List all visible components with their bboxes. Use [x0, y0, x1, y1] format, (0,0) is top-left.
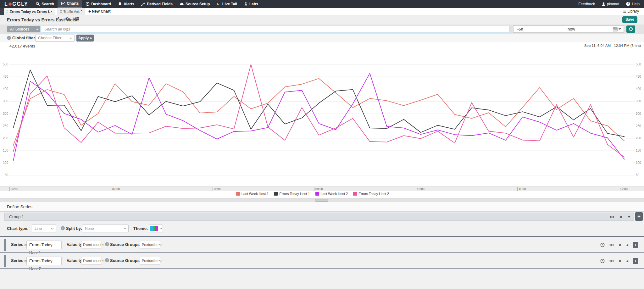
apply-button[interactable]: Apply » [76, 35, 94, 42]
global-filter-select[interactable]: Choose Filter [35, 35, 75, 42]
split-by-label: Split by: [66, 226, 82, 231]
theme-select[interactable] [149, 225, 163, 232]
eye-icon[interactable] [609, 215, 614, 219]
group-bar[interactable]: Group 1 ✕ [4, 213, 634, 221]
nav-item-dashboard[interactable]: Dashboard [82, 0, 114, 8]
split-by-select[interactable]: None [82, 225, 129, 232]
theme-swatch [150, 226, 158, 231]
value-type-select[interactable]: Event count [81, 257, 102, 264]
tab-close-icon[interactable]: ✕ [50, 10, 53, 13]
y-axis-label: 200 [3, 136, 8, 140]
splitter [0, 198, 644, 202]
tab-grip-icon [7, 10, 8, 13]
calendar-button[interactable] [613, 27, 624, 31]
edit-style-icon[interactable] [64, 17, 69, 21]
legend-item[interactable]: Last Week Host 2 [315, 192, 348, 196]
tab-bar: Errors Today vs Errors Last ... ✕ Traffi… [0, 8, 644, 15]
edit-pencil-icon[interactable] [55, 17, 60, 21]
eye-icon[interactable] [609, 243, 614, 247]
collapse-icon[interactable] [628, 216, 630, 218]
search-input[interactable]: Search all logs [41, 26, 509, 32]
nav-item-live-tail[interactable]: >_ Live Tail [213, 0, 241, 8]
nav-item-alerts[interactable]: Alerts [114, 0, 138, 8]
time-to-input[interactable]: now [565, 27, 613, 31]
library-icon: ☰ [623, 9, 626, 14]
legend-label: Errors Today Host 2 [358, 192, 389, 196]
resize-handle[interactable] [315, 199, 328, 202]
y-axis-label: 250 [3, 124, 8, 128]
clock-icon[interactable] [600, 259, 605, 263]
y-axis-label: 100 [636, 161, 641, 164]
drag-grip[interactable] [4, 239, 6, 251]
series-bottom-border [0, 268, 644, 269]
save-button[interactable]: Save [622, 16, 637, 23]
y-axis-label: 50 [5, 173, 8, 177]
tab-errors-today[interactable]: Errors Today vs Errors Last ... ✕ [4, 8, 55, 15]
series-line-last-week-host-2[interactable] [13, 73, 625, 161]
nav-item-feedback[interactable]: Feedback [575, 0, 598, 8]
clock-icon[interactable] [600, 243, 605, 247]
source-select[interactable]: All Sources [7, 26, 41, 32]
y-axis-label: 300 [636, 112, 641, 115]
close-icon[interactable]: ✕ [619, 243, 622, 247]
chart-type-select[interactable]: Line [32, 225, 56, 232]
charts-icon [61, 2, 65, 6]
series-line-last-week-host-1[interactable] [13, 79, 625, 146]
tab-close-icon[interactable]: ✕ [80, 9, 82, 12]
logo-dot-icon [8, 3, 12, 6]
nav-item-help[interactable]: ? Help [623, 0, 644, 8]
value-type-select[interactable]: Event count [81, 241, 102, 248]
legend-swatch [236, 192, 240, 196]
line-chart[interactable]: 5050100100150150200200250250300300350350… [0, 42, 644, 186]
y-axis-label: 100 [3, 161, 8, 164]
nav-item-charts[interactable]: Charts [58, 0, 82, 8]
collapse-left-icon[interactable]: ◀ [626, 243, 628, 247]
refresh-button[interactable] [626, 25, 635, 33]
legend-swatch [315, 192, 319, 196]
nav-item-derived-fields[interactable]: Derived Fields [138, 0, 176, 8]
series-row-2: Series name: Errors Today Host 2 Value t… [0, 252, 644, 268]
eye-icon[interactable] [609, 259, 614, 263]
source-groups-label: Source Groups [110, 258, 140, 263]
info-icon: i [7, 36, 11, 40]
y-axis-label: 350 [3, 99, 8, 103]
refresh-icon [629, 27, 633, 31]
collapse-left-icon[interactable]: ◀ [626, 259, 628, 263]
chart-legend: Last Week Host 1Errors Today Host 1Last … [0, 192, 635, 196]
legend-item[interactable]: Last Week Host 1 [236, 192, 269, 196]
y-axis-label: 400 [3, 87, 8, 91]
nav-item-labs[interactable]: Labs [241, 0, 262, 8]
loggly-logo[interactable]: LGGLY [0, 0, 32, 8]
series-name-input[interactable]: Errors Today Host 2 [26, 257, 62, 265]
source-groups-select[interactable]: Production [140, 241, 160, 248]
time-from-input[interactable]: -6h [514, 27, 565, 31]
add-group-button[interactable]: + [635, 212, 643, 221]
new-chart-button[interactable]: +New Chart [88, 8, 111, 15]
add-series-button[interactable]: + [633, 242, 638, 248]
series-name-input[interactable]: Errors Today Host 1 [26, 241, 62, 249]
search-placeholder: Search all logs [41, 27, 70, 31]
add-series-button[interactable]: + [633, 258, 638, 264]
search-icon [36, 2, 40, 6]
terminal-icon: >_ [217, 2, 221, 6]
legend-item[interactable]: Errors Today Host 1 [274, 192, 310, 196]
tab-traffic-volume[interactable]: Traffic Volume ✕ [58, 8, 85, 15]
x-axis-tick: 09:00 [314, 187, 323, 191]
x-axis-tick: 08:00 [213, 187, 221, 191]
drag-grip[interactable] [4, 255, 6, 267]
add-to-dashboard-icon[interactable] [73, 17, 79, 21]
legend-item[interactable]: Errors Today Host 2 [353, 192, 389, 196]
info-icon: i [105, 258, 109, 262]
chevron-down-icon [619, 28, 621, 30]
y-axis-label: 300 [3, 112, 8, 115]
close-icon[interactable]: ✕ [619, 215, 623, 219]
nav-item-source-setup[interactable]: Source Setup [176, 0, 213, 8]
nav-item-search[interactable]: Search [32, 0, 58, 8]
close-icon[interactable]: ✕ [619, 259, 622, 263]
y-axis-label: 200 [636, 136, 641, 140]
nav-item-user[interactable]: pkamat [598, 0, 623, 8]
library-button[interactable]: ☰Library [623, 8, 639, 15]
source-groups-select[interactable]: Production [140, 257, 160, 264]
x-axis-tick: 11:00 [517, 187, 526, 191]
chart-type-label: Chart type: [7, 226, 29, 231]
